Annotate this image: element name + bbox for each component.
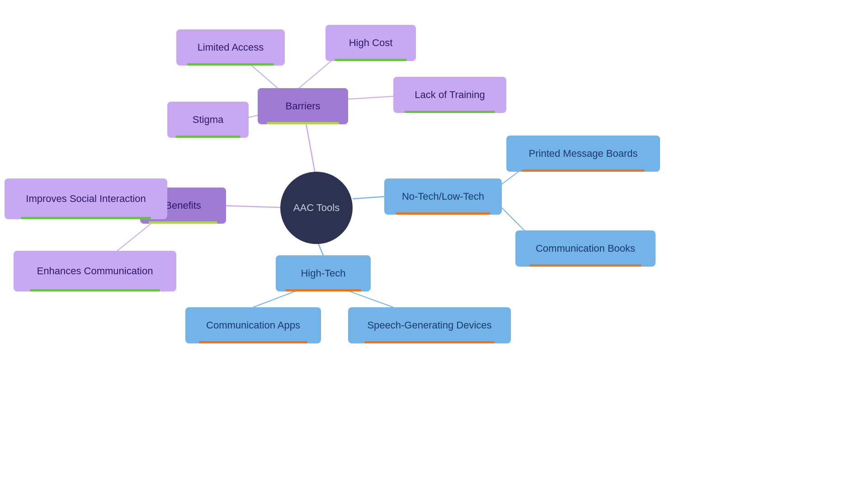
printed-boards-node[interactable]: Printed Message Boards	[506, 136, 660, 172]
barriers-label: Barriers	[285, 100, 320, 112]
hightech-label: High-Tech	[301, 267, 345, 279]
comm-books-label: Communication Books	[536, 243, 635, 254]
printed-boards-label: Printed Message Boards	[529, 148, 638, 160]
lack-training-label: Lack of Training	[415, 89, 485, 101]
comm-books-node[interactable]: Communication Books	[515, 230, 656, 267]
svg-line-13	[344, 289, 393, 307]
stigma-node[interactable]: Stigma	[167, 102, 249, 138]
limited-access-node[interactable]: Limited Access	[176, 29, 285, 66]
comm-apps-node[interactable]: Communication Apps	[185, 307, 321, 343]
svg-line-12	[253, 289, 301, 307]
benefits-label: Benefits	[165, 200, 201, 211]
svg-line-2	[353, 197, 384, 199]
enhances-comm-label: Enhances Communication	[37, 265, 153, 277]
center-node-label: AAC Tools	[293, 202, 340, 214]
speech-gen-label: Speech-Generating Devices	[367, 319, 491, 331]
speech-gen-node[interactable]: Speech-Generating Devices	[348, 307, 511, 343]
comm-apps-label: Communication Apps	[206, 319, 300, 331]
hightech-node[interactable]: High-Tech	[276, 255, 371, 291]
center-node: AAC Tools	[280, 172, 353, 244]
high-cost-label: High Cost	[349, 37, 393, 49]
notech-node[interactable]: No-Tech/Low-Tech	[384, 178, 502, 215]
high-cost-node[interactable]: High Cost	[326, 25, 416, 61]
stigma-label: Stigma	[193, 114, 223, 126]
enhances-comm-node[interactable]: Enhances Communication	[14, 251, 176, 291]
notech-label: No-Tech/Low-Tech	[402, 191, 484, 202]
improves-social-node[interactable]: Improves Social Interaction	[5, 178, 167, 219]
barriers-node[interactable]: Barriers	[258, 88, 348, 124]
limited-access-label: Limited Access	[198, 42, 264, 53]
lack-training-node[interactable]: Lack of Training	[393, 77, 506, 113]
improves-social-label: Improves Social Interaction	[26, 193, 146, 205]
